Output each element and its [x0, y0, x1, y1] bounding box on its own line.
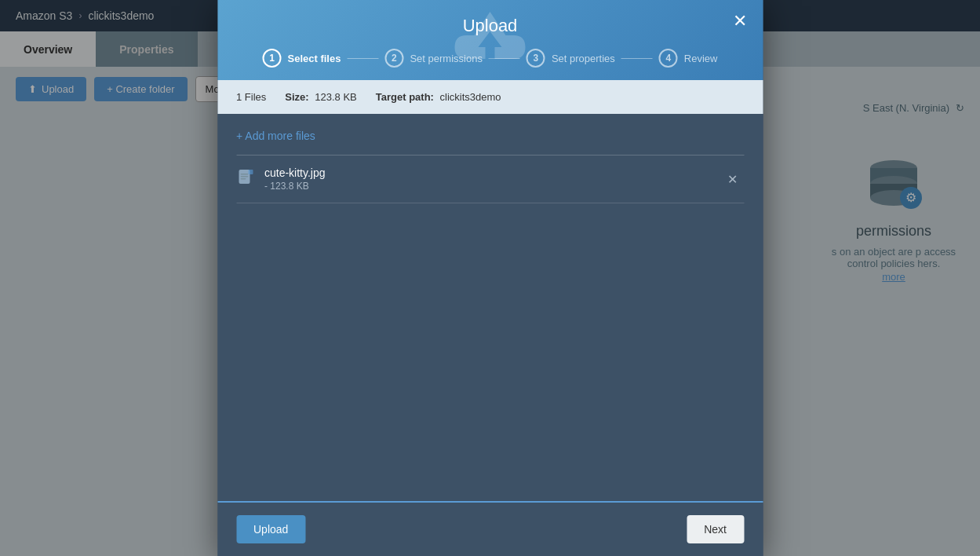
step-3-number: 3 [526, 49, 545, 68]
step-sep-2 [489, 58, 520, 59]
file-name: cute-kitty.jpg [264, 166, 712, 179]
target-label: Target path: [376, 91, 434, 103]
step-3-label: Set properties [552, 53, 615, 64]
add-more-files-button[interactable]: + Add more files [236, 130, 744, 142]
steps-bar: 1 Select files 2 Set permissions 3 Set p… [241, 49, 739, 80]
modal-upload-button[interactable]: Upload [236, 515, 305, 543]
step-1-label: Select files [288, 53, 341, 64]
svg-rect-14 [240, 178, 246, 180]
step-2[interactable]: 2 Set permissions [384, 49, 482, 68]
svg-rect-12 [240, 174, 248, 175]
file-size: - 123.8 KB [264, 181, 712, 192]
size-label: Size: [285, 91, 308, 103]
step-3[interactable]: 3 Set properties [526, 49, 615, 68]
file-type-icon [236, 168, 255, 191]
svg-rect-15 [248, 170, 253, 174]
step-4[interactable]: 4 Review [659, 49, 718, 68]
step-2-label: Set permissions [410, 53, 482, 64]
step-1-number: 1 [263, 49, 282, 68]
modal-next-button[interactable]: Next [687, 515, 744, 543]
file-list: cute-kitty.jpg - 123.8 KB ✕ [236, 155, 744, 203]
svg-rect-13 [240, 176, 248, 177]
modal-header: Upload ✕ 1 Select files 2 Set permission… [217, 0, 763, 80]
target-path-group: Target path: clickits3demo [376, 91, 501, 103]
info-bar: 1 Files Size: 123.8 KB Target path: clic… [217, 80, 763, 114]
modal-body: + Add more files cute-kitty.jpg - 123.8 … [217, 114, 763, 501]
modal-footer: Upload Next [217, 501, 763, 556]
step-1[interactable]: 1 Select files [263, 49, 341, 68]
size-value: 123.8 KB [315, 91, 357, 103]
files-count: 1 Files [236, 91, 266, 103]
size-label-group: Size: 123.8 KB [285, 91, 356, 103]
step-sep-3 [621, 58, 653, 59]
step-4-label: Review [684, 53, 718, 64]
file-remove-button[interactable]: ✕ [721, 169, 744, 190]
target-value: clickits3demo [440, 91, 501, 103]
step-2-number: 2 [384, 49, 403, 68]
upload-modal: Upload ✕ 1 Select files 2 Set permission… [217, 0, 763, 556]
step-4-number: 4 [659, 49, 678, 68]
file-item: cute-kitty.jpg - 123.8 KB ✕ [236, 155, 744, 203]
modal-title: Upload [241, 16, 739, 36]
modal-close-button[interactable]: ✕ [733, 13, 747, 30]
step-sep-1 [347, 58, 378, 59]
file-info: cute-kitty.jpg - 123.8 KB [264, 166, 712, 192]
